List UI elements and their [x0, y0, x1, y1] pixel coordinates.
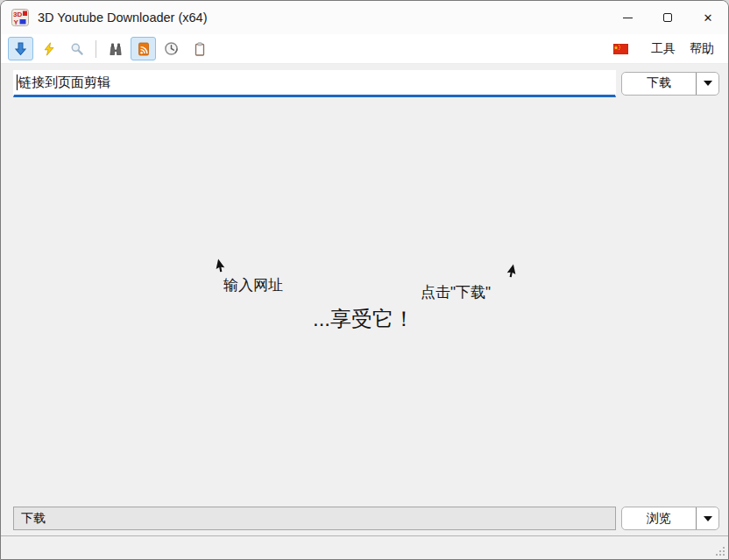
maximize-button[interactable] — [648, 1, 688, 34]
text-caret — [17, 74, 18, 90]
cursor-arrow-icon — [214, 259, 228, 275]
download-button[interactable]: 下载 — [622, 73, 696, 95]
feed-button[interactable] — [131, 37, 156, 60]
resize-grip[interactable] — [714, 545, 725, 556]
close-icon: ✕ — [704, 12, 713, 24]
url-input-value: 链接到页面剪辑 — [18, 74, 110, 91]
browse-button[interactable]: 浏览 — [622, 507, 696, 529]
menu-help[interactable]: 帮助 — [683, 37, 721, 61]
toolbar: 工具 帮助 — [1, 34, 728, 64]
menu-tools[interactable]: 工具 — [644, 37, 683, 61]
search-button[interactable] — [64, 37, 89, 60]
title-bar: 3D Y 3D Youtube Downloader (x64) ✕ — [1, 1, 728, 34]
maximize-icon — [663, 13, 672, 22]
window-controls: ✕ — [607, 1, 728, 34]
progress-label: 下载 — [21, 511, 46, 527]
bottom-row: 下载 浏览 — [1, 503, 728, 535]
hint-enter-url: 输入网址 — [223, 275, 283, 295]
binoculars-icon — [109, 42, 123, 56]
download-arrow-icon — [13, 41, 28, 56]
toolbar-right: 工具 帮助 — [613, 37, 721, 61]
browse-dropdown-button[interactable] — [697, 507, 718, 529]
paste-button[interactable] — [187, 37, 212, 60]
lightning-icon — [42, 42, 56, 56]
toolbar-separator — [96, 40, 96, 58]
history-clock-icon — [164, 41, 179, 56]
minimize-icon — [623, 18, 633, 18]
quick-download-button[interactable] — [36, 37, 61, 60]
hint-enjoy: ...享受它！ — [313, 305, 414, 333]
download-mode-button[interactable] — [8, 37, 33, 60]
browser-watch-button[interactable] — [103, 37, 128, 60]
url-row: 链接到页面剪辑 下载 — [1, 64, 728, 101]
main-area: 输入网址 点击"下载" ...享受它！ — [1, 101, 728, 503]
status-bar — [1, 535, 728, 559]
hint-click-download: 点击"下载" — [421, 282, 491, 302]
download-progress-field: 下载 — [13, 507, 616, 530]
download-split-button: 下载 — [621, 72, 719, 96]
chevron-down-icon — [704, 81, 712, 86]
history-button[interactable] — [159, 37, 184, 60]
search-icon — [70, 42, 84, 56]
browse-split-button: 浏览 — [621, 507, 719, 530]
close-button[interactable]: ✕ — [688, 1, 728, 34]
minimize-button[interactable] — [607, 1, 648, 34]
clipboard-icon — [193, 42, 207, 56]
app-window: 3D Y 3D Youtube Downloader (x64) ✕ — [0, 0, 729, 560]
language-flag-icon[interactable] — [613, 44, 628, 54]
rss-feed-icon — [137, 42, 151, 56]
window-title: 3D Youtube Downloader (x64) — [38, 11, 207, 25]
cursor-arrow-icon — [503, 264, 517, 280]
svg-text:Y: Y — [14, 18, 19, 26]
chevron-down-icon — [704, 516, 712, 521]
url-input[interactable]: 链接到页面剪辑 — [13, 70, 616, 97]
app-logo-icon: 3D Y — [11, 9, 29, 26]
download-dropdown-button[interactable] — [697, 73, 718, 95]
